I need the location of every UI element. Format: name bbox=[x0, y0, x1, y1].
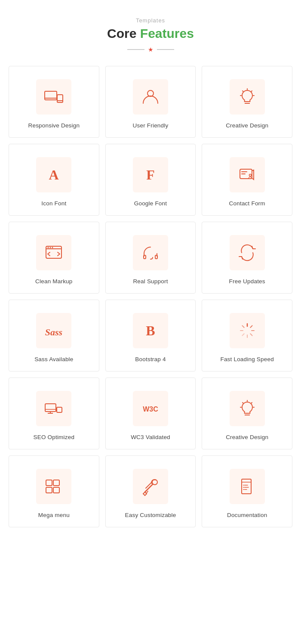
feature-card-wc3-validated: W3C WC3 Validated bbox=[105, 378, 196, 449]
feature-label-easy-customizable: Easy Customizable bbox=[125, 512, 176, 518]
feature-label-wc3-validated: WC3 Validated bbox=[131, 434, 170, 440]
svg-rect-46 bbox=[46, 487, 52, 493]
star-icon: ★ bbox=[148, 46, 154, 53]
svg-line-42 bbox=[243, 402, 243, 403]
icon-box-seo-optimized bbox=[36, 391, 71, 426]
svg-line-8 bbox=[251, 91, 252, 92]
svg-line-29 bbox=[242, 334, 244, 335]
header-section: Templates Core Features ★ bbox=[9, 17, 292, 53]
feature-label-responsive-design: Responsive Design bbox=[28, 122, 80, 129]
icon-box-wc3-validated: W3C bbox=[133, 391, 168, 426]
feature-card-documentation: Documentation bbox=[202, 455, 292, 527]
feature-card-creative-design-1: Creative Design bbox=[202, 66, 292, 138]
feature-label-real-support: Real Support bbox=[133, 278, 168, 285]
feature-label-creative-design-2: Creative Design bbox=[226, 434, 268, 440]
icon-box-fast-loading bbox=[230, 313, 265, 348]
icon-box-user-friendly bbox=[133, 79, 168, 115]
feature-label-free-updates: Free Updates bbox=[229, 278, 265, 285]
title-green: Features bbox=[140, 26, 194, 40]
header-divider: ★ bbox=[9, 46, 292, 53]
feature-card-google-font: F Google Font bbox=[105, 144, 196, 216]
icon-box-bootstrap-4: B bbox=[133, 313, 168, 348]
svg-line-10 bbox=[243, 91, 243, 92]
svg-point-18 bbox=[50, 247, 51, 248]
divider-right bbox=[157, 49, 174, 50]
feature-label-creative-design-1: Creative Design bbox=[226, 122, 268, 129]
feature-label-mega-menu: Mega menu bbox=[38, 512, 70, 518]
feature-card-mega-menu: Mega menu bbox=[9, 455, 99, 527]
icon-box-mega-menu bbox=[36, 469, 71, 504]
feature-card-creative-design-2: Creative Design bbox=[202, 378, 292, 449]
svg-point-15 bbox=[249, 174, 251, 176]
svg-rect-47 bbox=[53, 487, 59, 493]
feature-label-fast-loading: Fast Loading Speed bbox=[220, 356, 273, 362]
icon-box-sass-available: Sass bbox=[36, 313, 71, 348]
feature-label-google-font: Google Font bbox=[134, 200, 167, 207]
icon-box-responsive-design bbox=[36, 79, 71, 115]
svg-rect-2 bbox=[57, 95, 63, 102]
icon-box-icon-font: A bbox=[36, 157, 71, 192]
feature-card-easy-customizable: Easy Customizable bbox=[105, 455, 196, 527]
feature-label-icon-font: Icon Font bbox=[41, 200, 66, 207]
icon-box-clean-markup bbox=[36, 235, 71, 270]
svg-rect-20 bbox=[144, 255, 146, 259]
icon-box-free-updates bbox=[230, 235, 265, 270]
icon-box-documentation bbox=[230, 469, 265, 504]
svg-line-28 bbox=[250, 325, 252, 327]
svg-line-51 bbox=[146, 482, 152, 488]
svg-text:Sass: Sass bbox=[45, 327, 62, 337]
feature-card-responsive-design: Responsive Design bbox=[9, 66, 99, 138]
svg-rect-45 bbox=[53, 480, 59, 486]
page-wrapper: Templates Core Features ★ Responsive Des… bbox=[0, 0, 301, 545]
svg-point-55 bbox=[243, 489, 244, 490]
svg-point-17 bbox=[48, 247, 49, 248]
svg-text:A: A bbox=[49, 167, 59, 183]
svg-point-54 bbox=[243, 487, 244, 488]
icon-box-easy-customizable bbox=[133, 469, 168, 504]
svg-line-31 bbox=[242, 325, 244, 327]
svg-point-19 bbox=[52, 247, 53, 248]
svg-text:B: B bbox=[146, 323, 155, 338]
features-grid: Responsive Design User Friendly Creative… bbox=[9, 66, 292, 527]
header-subtitle: Templates bbox=[9, 17, 292, 24]
feature-label-user-friendly: User Friendly bbox=[133, 122, 169, 129]
title-dark: Core bbox=[107, 26, 136, 40]
icon-box-creative-design-1 bbox=[230, 79, 265, 115]
divider-left bbox=[127, 49, 144, 50]
svg-rect-21 bbox=[155, 255, 157, 259]
feature-label-contact-form: Contact Form bbox=[229, 200, 265, 207]
svg-text:W3C: W3C bbox=[143, 406, 158, 413]
feature-card-fast-loading: Fast Loading Speed bbox=[202, 300, 292, 372]
svg-point-5 bbox=[147, 90, 154, 96]
svg-line-50 bbox=[147, 491, 148, 493]
feature-card-free-updates: Free Updates bbox=[202, 222, 292, 294]
svg-line-30 bbox=[250, 334, 252, 335]
feature-label-bootstrap-4: Bootstrap 4 bbox=[135, 356, 166, 362]
feature-card-icon-font: A Icon Font bbox=[9, 144, 99, 216]
svg-rect-33 bbox=[57, 407, 62, 412]
feature-label-clean-markup: Clean Markup bbox=[35, 278, 72, 285]
icon-box-google-font: F bbox=[133, 157, 168, 192]
feature-card-clean-markup: Clean Markup bbox=[9, 222, 99, 294]
feature-card-seo-optimized: SEO Optimized bbox=[9, 378, 99, 449]
svg-text:F: F bbox=[146, 167, 155, 183]
feature-label-sass-available: Sass Available bbox=[34, 356, 73, 362]
feature-card-real-support: Real Support bbox=[105, 222, 196, 294]
icon-box-creative-design-2 bbox=[230, 391, 265, 426]
header-title: Core Features bbox=[9, 26, 292, 41]
svg-rect-32 bbox=[45, 404, 56, 412]
feature-label-seo-optimized: SEO Optimized bbox=[34, 434, 75, 440]
svg-rect-52 bbox=[242, 479, 251, 494]
svg-rect-44 bbox=[46, 480, 52, 486]
feature-card-bootstrap-4: B Bootstrap 4 bbox=[105, 300, 196, 372]
svg-point-53 bbox=[243, 485, 244, 486]
svg-line-40 bbox=[251, 402, 252, 403]
feature-label-documentation: Documentation bbox=[227, 512, 267, 518]
feature-card-user-friendly: User Friendly bbox=[105, 66, 196, 138]
feature-card-sass-available: Sass Sass Available bbox=[9, 300, 99, 372]
feature-card-contact-form: Contact Form bbox=[202, 144, 292, 216]
icon-box-contact-form bbox=[230, 157, 265, 192]
icon-box-real-support bbox=[133, 235, 168, 270]
